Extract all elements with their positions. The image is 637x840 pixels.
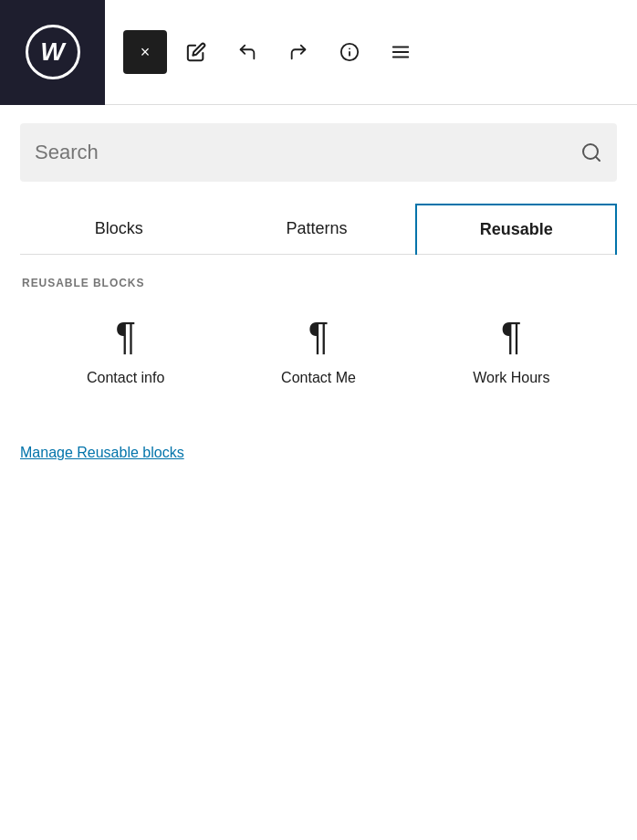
block-label-contact-me: Contact Me [281, 370, 356, 386]
reusable-blocks-grid: ¶ Contact info ¶ Contact Me ¶ Work Hours [20, 317, 617, 386]
paragraph-icon-work-hours: ¶ [501, 317, 522, 355]
paragraph-icon-contact-me: ¶ [308, 317, 329, 355]
toolbar: W × [0, 0, 637, 105]
undo-button[interactable] [225, 30, 269, 74]
search-bar [20, 123, 617, 182]
section-label: REUSABLE BLOCKS [20, 277, 617, 289]
toolbar-icons: × [105, 30, 637, 74]
main-content: Blocks Patterns Reusable REUSABLE BLOCKS… [0, 105, 637, 465]
info-icon [339, 42, 360, 62]
search-icon [580, 142, 602, 163]
manage-reusable-blocks-link[interactable]: Manage Reusable blocks [20, 441, 184, 465]
block-item-contact-info[interactable]: ¶ Contact info [62, 317, 190, 386]
info-button[interactable] [328, 30, 371, 74]
tab-blocks[interactable]: Blocks [20, 204, 218, 254]
tab-reusable[interactable]: Reusable [415, 204, 617, 255]
edit-button[interactable] [174, 30, 218, 74]
tab-patterns[interactable]: Patterns [218, 204, 416, 254]
pencil-icon [186, 42, 206, 62]
wp-logo-area: W [0, 0, 105, 105]
svg-line-7 [596, 157, 600, 161]
search-button[interactable] [580, 142, 602, 163]
search-input[interactable] [35, 141, 580, 164]
tabs: Blocks Patterns Reusable [20, 204, 617, 255]
close-button[interactable]: × [123, 30, 167, 74]
block-item-contact-me[interactable]: ¶ Contact Me [255, 317, 382, 386]
wp-logo: W [26, 25, 80, 79]
block-label-contact-info: Contact info [87, 370, 164, 386]
hamburger-icon [391, 42, 411, 62]
paragraph-icon-contact-info: ¶ [115, 317, 136, 355]
undo-icon [237, 42, 257, 62]
redo-button[interactable] [277, 30, 320, 74]
block-item-work-hours[interactable]: ¶ Work Hours [447, 317, 575, 386]
redo-icon [288, 42, 308, 62]
block-label-work-hours: Work Hours [473, 370, 549, 386]
menu-button[interactable] [379, 30, 423, 74]
